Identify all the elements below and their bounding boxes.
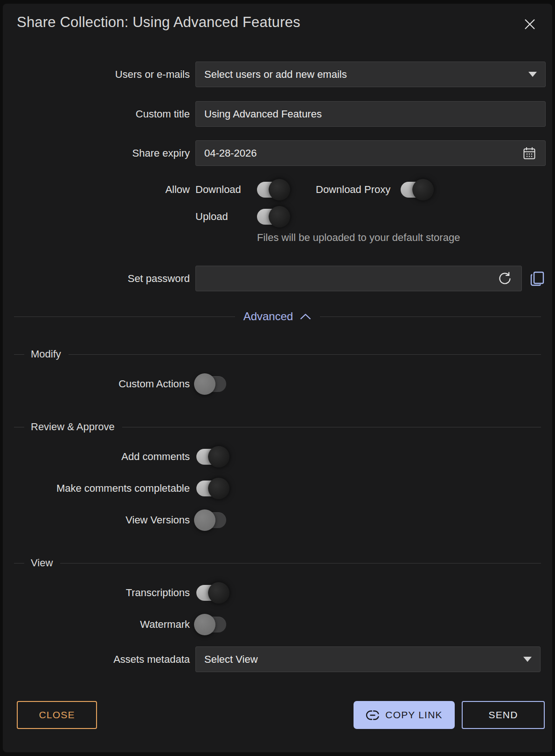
upload-helper-text: Files will be uploaded to your default s… — [257, 229, 468, 246]
advanced-label: Advanced — [243, 310, 293, 323]
close-button-label: CLOSE — [39, 709, 75, 721]
dialog-header: Share Collection: Using Advanced Feature… — [14, 12, 546, 35]
close-button[interactable]: CLOSE — [17, 701, 97, 729]
send-button-label: SEND — [488, 709, 518, 721]
regenerate-password-icon[interactable] — [497, 271, 513, 287]
set-password-label: Set password — [14, 273, 190, 285]
watermark-label: Watermark — [14, 619, 190, 631]
download-label: Download — [195, 184, 257, 196]
custom-actions-toggle[interactable] — [196, 376, 226, 392]
share-expiry-label: Share expiry — [14, 147, 190, 159]
modify-heading-text: Modify — [31, 348, 61, 360]
upload-label: Upload — [195, 211, 257, 223]
close-icon[interactable] — [519, 13, 541, 35]
add-comments-label: Add comments — [14, 451, 190, 463]
password-input[interactable] — [195, 266, 522, 291]
view-versions-label: View Versions — [14, 514, 190, 526]
share-collection-dialog: Share Collection: Using Advanced Feature… — [3, 4, 552, 752]
assets-metadata-row: Assets metadata Select View — [14, 646, 546, 672]
view-versions-toggle[interactable] — [196, 512, 226, 528]
share-expiry-row: Share expiry 04-28-2026 — [14, 140, 546, 166]
custom-actions-label: Custom Actions — [14, 378, 190, 390]
transcriptions-toggle[interactable] — [196, 585, 226, 601]
toggle-knob — [208, 582, 229, 604]
advanced-toggle-link[interactable]: Advanced — [243, 310, 312, 323]
toggle-knob — [208, 478, 229, 499]
advanced-divider: Advanced — [14, 310, 546, 323]
modify-section-heading: Modify — [14, 348, 546, 360]
assets-metadata-label: Assets metadata — [14, 653, 190, 666]
share-expiry-value: 04-28-2026 — [204, 147, 257, 159]
copy-password-icon[interactable] — [529, 270, 546, 287]
add-comments-toggle[interactable] — [196, 449, 226, 465]
download-toggle[interactable] — [257, 182, 287, 198]
custom-title-input[interactable] — [195, 101, 546, 127]
review-section-heading: Review & Approve — [14, 421, 546, 433]
custom-title-label: Custom title — [14, 108, 190, 120]
download-proxy-toggle[interactable] — [401, 182, 430, 198]
upload-toggle[interactable] — [257, 209, 287, 225]
watermark-toggle[interactable] — [196, 617, 226, 632]
review-heading-text: Review & Approve — [31, 421, 115, 433]
toggle-knob — [194, 373, 215, 395]
share-expiry-input[interactable]: 04-28-2026 — [195, 140, 546, 166]
transcriptions-row: Transcriptions — [14, 585, 546, 601]
chevron-up-icon — [299, 313, 312, 320]
send-button[interactable]: SEND — [462, 701, 545, 729]
make-comments-completable-row: Make comments completable — [14, 481, 546, 496]
calendar-icon[interactable] — [522, 146, 537, 161]
copy-link-button-label: COPY LINK — [385, 709, 442, 721]
link-icon — [366, 709, 380, 721]
toggle-knob — [194, 509, 215, 531]
custom-actions-row: Custom Actions — [14, 376, 546, 392]
divider-line — [320, 316, 541, 317]
transcriptions-label: Transcriptions — [14, 587, 190, 599]
toggle-knob — [412, 179, 434, 200]
assets-metadata-select[interactable]: Select View — [195, 646, 541, 672]
heading-line — [60, 563, 541, 564]
users-select-value: Select users or add new emails — [204, 69, 347, 81]
set-password-row: Set password — [14, 266, 546, 291]
allow-label: Allow — [14, 184, 190, 196]
toggle-knob — [194, 614, 215, 635]
dialog-title: Share Collection: Using Advanced Feature… — [17, 12, 300, 31]
toggle-knob — [208, 446, 229, 467]
view-section-heading: View — [14, 557, 546, 569]
add-comments-row: Add comments — [14, 449, 546, 465]
view-versions-row: View Versions — [14, 512, 546, 528]
users-row: Users or e-mails Select users or add new… — [14, 62, 546, 87]
caret-down-icon — [528, 72, 537, 77]
toggle-knob — [269, 179, 290, 200]
make-comments-completable-toggle[interactable] — [196, 481, 226, 496]
make-comments-completable-label: Make comments completable — [14, 482, 190, 495]
toggle-knob — [269, 206, 290, 227]
caret-down-icon — [523, 657, 532, 662]
copy-link-button[interactable]: COPY LINK — [354, 701, 455, 729]
users-select[interactable]: Select users or add new emails — [195, 62, 546, 87]
allow-row: Allow Download Download Proxy — [14, 182, 546, 198]
view-heading-text: View — [31, 557, 53, 569]
heading-line — [122, 427, 541, 427]
dialog-footer: CLOSE COPY LINK SEND — [14, 701, 546, 729]
divider-line — [14, 316, 235, 317]
upload-row: Upload — [14, 209, 546, 225]
custom-title-row: Custom title — [14, 101, 546, 127]
assets-metadata-value: Select View — [204, 653, 258, 666]
heading-line — [69, 354, 541, 355]
users-label: Users or e-mails — [14, 69, 190, 81]
watermark-row: Watermark — [14, 617, 546, 632]
download-proxy-label: Download Proxy — [316, 184, 390, 196]
